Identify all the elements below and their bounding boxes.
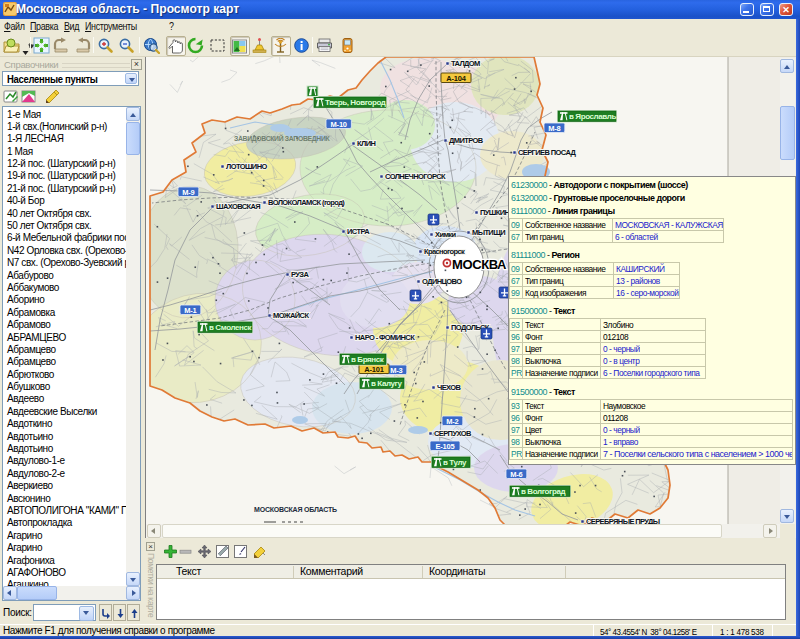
svg-text:М-8: М-8 — [548, 124, 560, 133]
svg-text:в Смоленск: в Смоленск — [209, 323, 253, 332]
svg-text:в Калугу: в Калугу — [371, 379, 403, 388]
svg-text:А-104: А-104 — [446, 74, 466, 83]
svg-text:ИСТРА: ИСТРА — [347, 227, 370, 236]
svg-text:М-1: М-1 — [184, 306, 196, 315]
svg-text:в Ярославль: в Ярославль — [569, 112, 616, 121]
svg-text:в Волгоград: в Волгоград — [521, 487, 565, 496]
svg-text:СОЛНЕЧНОГОРСК: СОЛНЕЧНОГОРСК — [385, 172, 446, 181]
svg-text:ОДИНЦОВО: ОДИНЦОВО — [422, 277, 462, 286]
svg-text:М-9: М-9 — [182, 188, 194, 197]
svg-text:М-3: М-3 — [390, 366, 402, 375]
svg-text:МОСКВА: МОСКВА — [452, 257, 507, 272]
svg-text:СЕРПУХОВ: СЕРПУХОВ — [434, 429, 472, 438]
svg-text:НАРО - ФОМИНСК: НАРО - ФОМИНСК — [355, 333, 415, 342]
svg-text:КЛИН: КЛИН — [357, 139, 375, 148]
svg-text:Химки: Химки — [435, 230, 457, 239]
svg-text:ЛОТОШИНО: ЛОТОШИНО — [226, 162, 267, 171]
svg-text:А-101: А-101 — [364, 365, 383, 374]
svg-text:в Тулу: в Тулу — [443, 458, 467, 467]
svg-text:Тверь, Новгород: Тверь, Новгород — [325, 98, 386, 107]
svg-text:М-10: М-10 — [331, 120, 347, 129]
svg-text:М-2: М-2 — [446, 417, 458, 426]
svg-text:МЫТИЩИ: МЫТИЩИ — [472, 228, 505, 237]
svg-text:ТАЛДОМ: ТАЛДОМ — [451, 59, 480, 68]
svg-text:ДМИТРОВ: ДМИТРОВ — [449, 136, 484, 145]
svg-text:ВОЛОКОЛАМСК (город): ВОЛОКОЛАМСК (город) — [268, 198, 345, 207]
svg-text:М-6: М-6 — [510, 470, 522, 479]
svg-text:ЗАВИДОВСКИЙ ЗАПОВЕДНИК: ЗАВИДОВСКИЙ ЗАПОВЕДНИК — [234, 134, 330, 143]
svg-text:ЧЕХОВ: ЧЕХОВ — [437, 383, 462, 392]
svg-text:СЕРГИЕВ ПОСАД: СЕРГИЕВ ПОСАД — [518, 148, 577, 157]
svg-text:Красногорск: Красногорск — [424, 247, 465, 256]
svg-text:в Брянск: в Брянск — [351, 355, 385, 364]
svg-text:ШАХОВСКАЯ: ШАХОВСКАЯ — [216, 202, 260, 211]
svg-text:МОЖАЙСК: МОЖАЙСК — [273, 311, 309, 320]
svg-text:Е-105: Е-105 — [435, 442, 454, 451]
svg-text:МОСКОВСКАЯ ОБЛАСТЬ: МОСКОВСКАЯ ОБЛАСТЬ — [254, 506, 337, 513]
svg-text:РУЗА: РУЗА — [291, 270, 309, 279]
